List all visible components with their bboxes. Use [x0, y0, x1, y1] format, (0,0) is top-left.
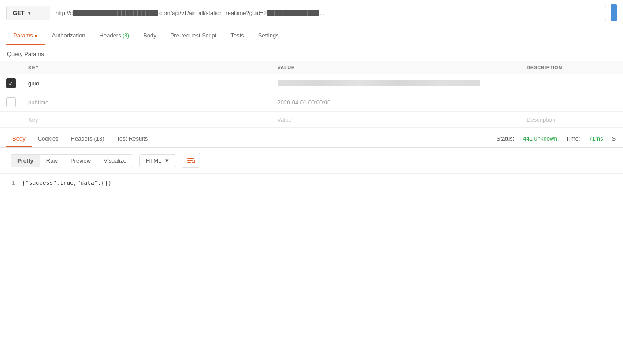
method-label: GET	[13, 10, 25, 16]
tab-params[interactable]: Params ●	[6, 26, 45, 45]
body-toolbar: Pretty Raw Preview Visualize HTML ▼	[0, 148, 623, 174]
response-tab-body[interactable]: Body	[6, 130, 32, 147]
response-tabs: Body Cookies Headers (13) Test Results S…	[0, 130, 623, 148]
tab-settings[interactable]: Settings	[251, 26, 286, 45]
row-value-2[interactable]: 2020-04-01 00:00:00	[271, 93, 521, 112]
blurred-value	[278, 80, 480, 86]
row-desc-3[interactable]: Description	[520, 112, 623, 128]
svg-rect-2	[187, 162, 191, 163]
col-key-header: KEY	[22, 61, 271, 74]
tab-authorization[interactable]: Authorization	[45, 26, 93, 45]
divider	[0, 128, 623, 128]
col-value-header: VALUE	[271, 61, 521, 74]
checkbox-checked-icon: ✓	[6, 78, 16, 88]
row-key-3[interactable]: Key	[22, 112, 271, 128]
col-desc-header: DESCRIPTION	[520, 61, 623, 74]
row-checkbox-1[interactable]: ✓	[0, 74, 22, 93]
response-tab-cookies[interactable]: Cookies	[32, 130, 65, 147]
tab-body[interactable]: Body	[136, 26, 163, 45]
row-value-1[interactable]	[271, 74, 521, 93]
row-key-2[interactable]: pubtime	[22, 93, 271, 112]
svg-rect-0	[187, 158, 194, 159]
headers-badge: (8)	[122, 33, 129, 39]
time-value: 71ms	[589, 135, 603, 142]
row-desc-2[interactable]	[520, 93, 623, 112]
method-chevron: ▼	[27, 11, 32, 15]
language-chevron: ▼	[164, 157, 170, 164]
row-key-1[interactable]: guid	[22, 74, 271, 93]
method-select[interactable]: GET ▼	[6, 6, 50, 20]
row-desc-1[interactable]	[520, 74, 623, 93]
top-bar: GET ▼	[0, 0, 623, 26]
params-table: KEY VALUE DESCRIPTION ✓ guid pubtime	[0, 61, 623, 128]
language-label: HTML	[146, 157, 161, 164]
format-button-group: Pretty Raw Preview Visualize	[11, 154, 133, 167]
size-label: Si	[612, 135, 617, 142]
raw-btn[interactable]: Raw	[40, 155, 64, 167]
svg-rect-1	[187, 160, 193, 161]
row-checkbox-2[interactable]	[0, 93, 22, 112]
table-row: Key Value Description	[0, 112, 623, 128]
pretty-btn[interactable]: Pretty	[11, 155, 40, 167]
row-checkbox-3	[0, 112, 22, 128]
table-row: ✓ guid	[0, 74, 623, 93]
url-input[interactable]	[50, 6, 606, 20]
tab-pre-request[interactable]: Pre-request Script	[163, 26, 224, 45]
response-tab-test-results[interactable]: Test Results	[111, 130, 154, 147]
code-area: 1 {"success":true,"data":{}}	[0, 174, 623, 193]
line-numbers: 1	[0, 180, 22, 186]
query-params-label: Query Params	[0, 45, 623, 61]
params-badge: ●	[34, 33, 37, 39]
send-button[interactable]	[611, 4, 617, 21]
status-area: Status: 441 unknown Time: 71ms Si	[497, 135, 617, 142]
col-check-header	[0, 61, 22, 74]
preview-btn[interactable]: Preview	[64, 155, 97, 167]
request-tabs: Params ● Authorization Headers (8) Body …	[0, 26, 623, 45]
response-headers-badge: (13)	[94, 135, 104, 142]
visualize-btn[interactable]: Visualize	[97, 155, 133, 167]
status-label: Status:	[497, 135, 514, 142]
code-content[interactable]: {"success":true,"data":{}}	[22, 180, 617, 186]
tab-headers[interactable]: Headers (8)	[93, 26, 136, 45]
status-value: 441 unknown	[523, 135, 557, 142]
table-row: pubtime 2020-04-01 00:00:00	[0, 93, 623, 112]
row-value-3[interactable]: Value	[271, 112, 521, 128]
response-tab-headers[interactable]: Headers (13)	[65, 130, 111, 147]
time-label: Time:	[566, 135, 580, 142]
tab-tests[interactable]: Tests	[223, 26, 251, 45]
wrap-button[interactable]	[182, 153, 200, 168]
language-select[interactable]: HTML ▼	[139, 154, 176, 167]
checkbox-unchecked-icon	[6, 97, 16, 107]
wrap-icon	[186, 156, 195, 165]
